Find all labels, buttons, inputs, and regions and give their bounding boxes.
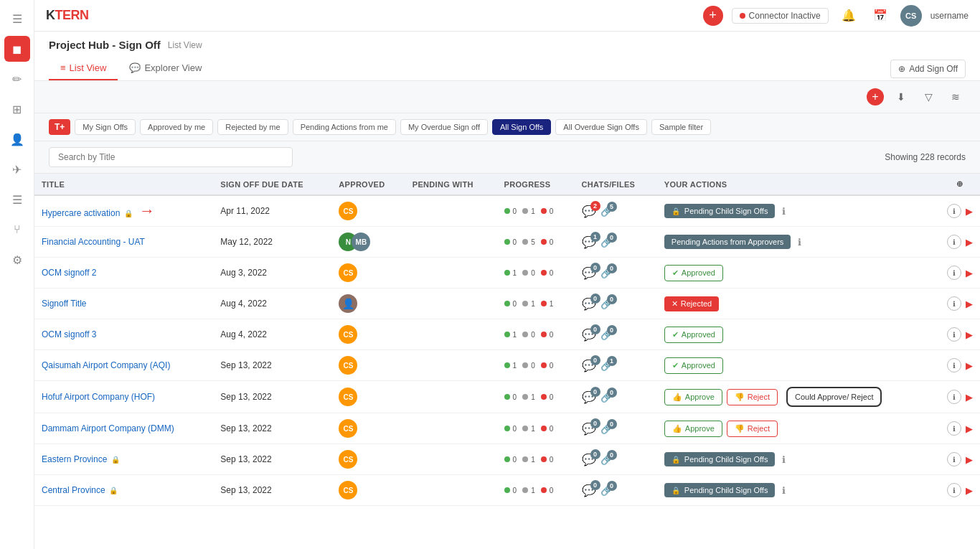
info-icon[interactable]: ℹ (782, 485, 786, 496)
row-info-btn[interactable]: ℹ (947, 390, 961, 404)
tab-explorer-view[interactable]: 💬 Explorer View (118, 57, 213, 80)
filter-sample[interactable]: Sample filter (651, 119, 711, 135)
sidebar-branch-icon[interactable]: ⑂ (4, 217, 30, 243)
view-tabs: ≡ List View 💬 Explorer View (49, 57, 213, 80)
title-link[interactable]: Signoff Title (42, 299, 86, 309)
notification-icon[interactable]: 🔔 (837, 4, 860, 27)
signoff-table: Title Sign Off Due Date Approved Pending… (34, 174, 980, 506)
your-actions-cell: 🔒 Pending Child Sign Offsℹ (657, 195, 940, 227)
row-send-icon[interactable]: ▶ (966, 206, 973, 217)
progress-dot-green (504, 301, 510, 306)
row-right-actions: ℹ ▶ (947, 327, 973, 342)
toolbar-layers-icon[interactable]: ≋ (946, 87, 966, 107)
sidebar-active-item[interactable]: ◼ (4, 36, 30, 62)
filter-my-signoffs[interactable]: My Sign Offs (75, 119, 136, 135)
col-add[interactable]: ⊕ (940, 174, 980, 195)
filter-type-tag[interactable]: T+ (49, 119, 70, 135)
sidebar-grid-icon[interactable]: ⊞ (4, 96, 30, 122)
sidebar-menu-icon[interactable]: ☰ (4, 6, 30, 32)
toolbar-add-button[interactable]: + (867, 88, 884, 105)
pending-actions-btn[interactable]: Pending Actions from Approvers (664, 235, 791, 249)
sidebar-settings-icon[interactable]: ⚙ (4, 247, 30, 273)
title-link[interactable]: OCM signoff 3 (42, 329, 96, 339)
row-info-btn[interactable]: ℹ (947, 452, 961, 466)
reject-btn[interactable]: 👎 Reject (727, 389, 778, 405)
row-send-icon[interactable]: ▶ (966, 423, 973, 434)
filter-pending-actions[interactable]: Pending Actions from me (293, 119, 396, 135)
title-link[interactable]: Hypercare activation (42, 208, 120, 218)
row-info-btn[interactable]: ℹ (947, 204, 961, 218)
page-title: Project Hub - Sign Off (49, 39, 161, 51)
row-send-icon[interactable]: ▶ (966, 268, 973, 278)
progress-dot-green (504, 270, 510, 276)
chat-cell: 💬 0 🔗 0 (582, 266, 650, 280)
pending-child-btn[interactable]: 🔒 Pending Child Sign Offs (664, 452, 776, 466)
progress-dot-grey (522, 426, 528, 431)
chat-icon-wrap: 💬 0 (582, 297, 596, 311)
info-icon[interactable]: ℹ (798, 237, 801, 248)
title-link[interactable]: Qaisumah Airport Company (AQI) (42, 360, 170, 370)
row-send-icon[interactable]: ▶ (966, 485, 973, 496)
row-info-btn[interactable]: ℹ (947, 483, 961, 497)
due-date-cell: Aug 3, 2022 (213, 258, 331, 288)
approve-btn[interactable]: 👍 Approve (664, 389, 722, 405)
filter-all-signoffs[interactable]: All Sign Offs (492, 119, 551, 135)
row-send-icon[interactable]: ▶ (966, 299, 973, 309)
sidebar-list-icon[interactable]: ☰ (4, 187, 30, 212)
pending-child-btn[interactable]: 🔒 Pending Child Sign Offs (664, 483, 776, 497)
filter-approved-by-me[interactable]: Approved by me (140, 119, 213, 135)
chat-count-badge: 0 (590, 294, 600, 304)
pending-cell (405, 288, 497, 319)
row-info-btn[interactable]: ℹ (947, 327, 961, 342)
row-info-btn[interactable]: ℹ (947, 266, 961, 280)
sidebar-user-icon[interactable]: 👤 (4, 126, 30, 152)
col-chats: Chats/Files (575, 174, 657, 195)
file-count-badge: 1 (607, 356, 617, 366)
progress-dot-green (504, 239, 510, 245)
row-send-icon[interactable]: ▶ (966, 237, 973, 248)
col-due-date: Sign Off Due Date (213, 174, 331, 195)
row-send-icon[interactable]: ▶ (966, 329, 973, 340)
info-icon[interactable]: ℹ (782, 206, 786, 217)
progress-dot-green (504, 487, 510, 493)
row-send-icon[interactable]: ▶ (966, 392, 973, 403)
title-link[interactable]: Eastern Province (42, 454, 107, 464)
row-send-icon[interactable]: ▶ (966, 360, 973, 371)
title-cell: Hofuf Airport Company (HOF) (34, 381, 213, 413)
tab-list-view[interactable]: ≡ List View (49, 57, 118, 80)
explorer-icon: 💬 (129, 62, 141, 73)
title-link[interactable]: OCM signoff 2 (42, 268, 96, 278)
row-info-btn[interactable]: ℹ (947, 421, 961, 436)
add-signoff-button[interactable]: ⊕ Add Sign Off (890, 60, 966, 78)
row-info-btn[interactable]: ℹ (947, 358, 961, 372)
row-send-icon[interactable]: ▶ (966, 454, 973, 465)
row-info-btn[interactable]: ℹ (947, 235, 961, 249)
reject-btn[interactable]: 👎 Reject (727, 421, 778, 437)
chats-cell: 💬 0 🔗 0 (575, 444, 657, 475)
toolbar-download-icon[interactable]: ⬇ (891, 87, 911, 107)
sidebar-send-icon[interactable]: ✈ (4, 156, 30, 182)
calendar-icon[interactable]: 📅 (869, 4, 892, 27)
row-actions-col: ℹ ▶ (940, 350, 980, 381)
filter-my-overdue[interactable]: My Overdue Sign off (400, 119, 488, 135)
title-link[interactable]: Financial Accounting - UAT (42, 237, 145, 247)
filter-rejected-by-me[interactable]: Rejected by me (217, 119, 288, 135)
title-link[interactable]: Central Province (42, 485, 105, 495)
row-actions-col: ℹ ▶ (940, 381, 980, 413)
file-icon-wrap: 🔗 5 (600, 205, 613, 217)
pending-child-btn[interactable]: 🔒 Pending Child Sign Offs (664, 204, 776, 218)
title-link[interactable]: Dammam Airport Company (DMM) (42, 423, 174, 433)
row-info-btn[interactable]: ℹ (947, 296, 961, 311)
chats-cell: 💬 1 🔗 0 (575, 227, 657, 258)
topnav-add-button[interactable]: + (703, 6, 723, 26)
file-count-badge: 0 (607, 263, 617, 273)
filter-all-overdue[interactable]: All Overdue Sign Offs (555, 119, 647, 135)
approve-btn[interactable]: 👍 Approve (664, 421, 722, 437)
info-icon[interactable]: ℹ (782, 454, 786, 465)
app-logo: KTERN (46, 8, 89, 23)
user-avatar[interactable]: CS (900, 5, 922, 27)
search-input[interactable] (49, 147, 293, 167)
sidebar-edit-icon[interactable]: ✏ (4, 66, 30, 92)
toolbar-filter-icon[interactable]: ▽ (918, 87, 938, 107)
title-link[interactable]: Hofuf Airport Company (HOF) (42, 392, 155, 402)
